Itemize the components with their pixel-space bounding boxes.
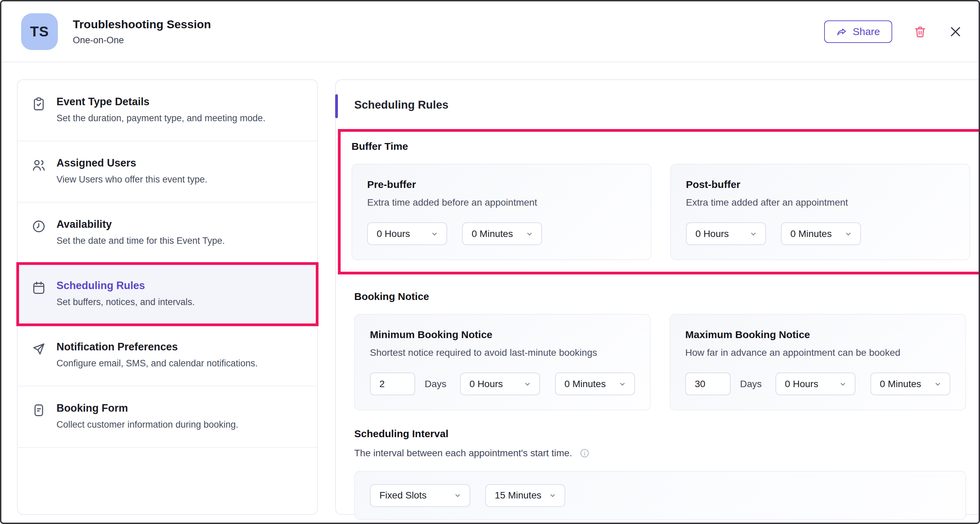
share-icon <box>837 26 847 37</box>
pre-buffer-minutes-value: 0 Minutes <box>472 228 513 239</box>
chevron-down-icon <box>933 380 942 389</box>
max-hours-dropdown[interactable]: 0 Hours <box>775 373 856 395</box>
sidebar-item-title: Notification Preferences <box>56 341 258 353</box>
event-type-subtitle: One-on-One <box>73 35 211 46</box>
sidebar-item-text: Scheduling Rules Set buffers, notices, a… <box>56 280 195 307</box>
chevron-down-icon <box>548 491 557 500</box>
post-buffer-hours-dropdown[interactable]: 0 Hours <box>686 222 766 245</box>
min-hours-value: 0 Hours <box>469 379 503 390</box>
panel-accent-bar <box>335 94 338 118</box>
clock-icon <box>31 219 46 234</box>
max-days-input[interactable] <box>685 373 730 395</box>
calendar-icon <box>31 280 46 295</box>
panel-heading: Scheduling Rules <box>354 80 966 111</box>
scheduling-interval-desc-row: The interval between each appointment's … <box>354 448 966 459</box>
pre-buffer-hours-dropdown[interactable]: 0 Hours <box>367 222 447 245</box>
page-title: Troubleshooting Session <box>73 18 211 31</box>
post-buffer-desc: Extra time added after an appointment <box>686 197 955 208</box>
post-buffer-minutes-value: 0 Minutes <box>791 228 832 239</box>
post-buffer-controls: 0 Hours 0 Minutes <box>686 222 955 245</box>
pre-buffer-card: Pre-buffer Extra time added before an ap… <box>352 164 651 260</box>
sidebar-item-desc: View Users who offer this event type. <box>56 174 207 185</box>
sidebar-item-desc: Configure email, SMS, and calendar notif… <box>56 358 258 369</box>
sidebar-item-title: Availability <box>56 218 225 231</box>
slot-type-value: Fixed Slots <box>379 490 427 501</box>
trash-icon <box>913 25 927 38</box>
send-icon <box>31 341 46 357</box>
content-area: Event Type Details Set the duration, pay… <box>2 62 978 522</box>
slot-type-dropdown[interactable]: Fixed Slots <box>370 484 470 507</box>
sidebar-item-notification-preferences[interactable]: Notification Preferences Configure email… <box>18 325 317 387</box>
sidebar-item-title: Assigned Users <box>56 157 207 169</box>
buffer-time-section: Buffer Time Pre-buffer Extra time added … <box>338 129 980 274</box>
chevron-down-icon <box>749 229 758 238</box>
sidebar-item-scheduling-rules[interactable]: Scheduling Rules Set buffers, notices, a… <box>18 264 317 325</box>
min-minutes-value: 0 Minutes <box>565 379 606 390</box>
booking-notice-cards-row: Minimum Booking Notice Shortest notice r… <box>354 314 966 410</box>
scheduling-interval-card: Fixed Slots 15 Minutes <box>354 471 966 520</box>
maximum-booking-notice-desc: How far in advance an appointment can be… <box>685 347 950 358</box>
min-hours-dropdown[interactable]: 0 Hours <box>460 373 540 395</box>
delete-button[interactable] <box>913 25 927 38</box>
close-icon <box>948 24 963 39</box>
users-icon <box>31 158 46 173</box>
min-minutes-dropdown[interactable]: 0 Minutes <box>555 373 635 395</box>
sidebar-item-title: Booking Form <box>56 402 238 414</box>
event-type-settings-window: TS Troubleshooting Session One-on-One Sh… <box>0 0 980 524</box>
header-actions: Share <box>824 21 963 43</box>
scheduling-interval-heading: Scheduling Interval <box>354 428 966 440</box>
sidebar-item-event-type-details[interactable]: Event Type Details Set the duration, pay… <box>18 80 317 141</box>
interval-duration-value: 15 Minutes <box>495 490 541 501</box>
sidebar-item-text: Assigned Users View Users who offer this… <box>56 157 207 185</box>
chevron-down-icon <box>838 380 847 389</box>
max-days-label: Days <box>740 379 762 390</box>
maximum-booking-notice-card: Maximum Booking Notice How far in advanc… <box>670 314 966 410</box>
post-buffer-minutes-dropdown[interactable]: 0 Minutes <box>781 222 861 245</box>
close-button[interactable] <box>948 24 963 39</box>
sidebar-item-text: Notification Preferences Configure email… <box>56 341 258 369</box>
header-text: Troubleshooting Session One-on-One <box>73 18 211 46</box>
chevron-down-icon <box>525 229 534 238</box>
sidebar-filler <box>18 448 317 514</box>
sidebar-item-text: Booking Form Collect customer informatio… <box>56 402 238 430</box>
max-hours-value: 0 Hours <box>785 379 818 390</box>
buffer-cards-row: Pre-buffer Extra time added before an ap… <box>352 164 970 260</box>
interval-duration-dropdown[interactable]: 15 Minutes <box>485 484 565 507</box>
sidebar-item-desc: Set buffers, notices, and intervals. <box>56 297 195 307</box>
minimum-booking-notice-card: Minimum Booking Notice Shortest notice r… <box>354 314 651 410</box>
header: TS Troubleshooting Session One-on-One Sh… <box>2 2 978 62</box>
avatar: TS <box>21 13 58 50</box>
chevron-down-icon <box>430 229 439 238</box>
sidebar-item-assigned-users[interactable]: Assigned Users View Users who offer this… <box>18 141 317 202</box>
max-minutes-dropdown[interactable]: 0 Minutes <box>870 373 950 395</box>
sidebar-item-desc: Set the date and time for this Event Typ… <box>56 236 225 246</box>
info-icon[interactable] <box>579 448 590 458</box>
sidebar-item-title: Scheduling Rules <box>56 280 195 292</box>
chevron-down-icon <box>523 380 532 389</box>
clipboard-check-icon <box>31 96 46 111</box>
sidebar-item-booking-form[interactable]: Booking Form Collect customer informatio… <box>18 387 317 448</box>
min-days-input[interactable] <box>370 373 415 395</box>
scheduling-interval-desc: The interval between each appointment's … <box>354 448 572 459</box>
settings-sidebar: Event Type Details Set the duration, pay… <box>17 79 318 515</box>
form-icon <box>31 403 46 418</box>
buffer-time-heading: Buffer Time <box>352 141 970 152</box>
post-buffer-card: Post-buffer Extra time added after an ap… <box>670 164 970 260</box>
minimum-booking-notice-title: Minimum Booking Notice <box>370 329 635 341</box>
pre-buffer-minutes-dropdown[interactable]: 0 Minutes <box>462 222 542 245</box>
share-button-label: Share <box>853 26 880 37</box>
pre-buffer-desc: Extra time added before an appointment <box>367 197 636 208</box>
minimum-booking-notice-desc: Shortest notice required to avoid last-m… <box>370 347 635 358</box>
post-buffer-hours-value: 0 Hours <box>695 228 729 239</box>
booking-notice-heading: Booking Notice <box>354 291 966 303</box>
sidebar-item-title: Event Type Details <box>56 96 266 108</box>
sidebar-item-availability[interactable]: Availability Set the date and time for t… <box>18 202 317 264</box>
sidebar-item-desc: Set the duration, payment type, and meet… <box>56 113 266 124</box>
sidebar-item-desc: Collect customer information during book… <box>56 419 238 430</box>
maximum-booking-notice-title: Maximum Booking Notice <box>685 329 950 341</box>
pre-buffer-title: Pre-buffer <box>367 179 636 190</box>
sidebar-item-text: Availability Set the date and time for t… <box>56 218 225 246</box>
share-button[interactable]: Share <box>824 21 892 43</box>
chevron-down-icon <box>618 380 627 389</box>
chevron-down-icon <box>453 491 462 500</box>
